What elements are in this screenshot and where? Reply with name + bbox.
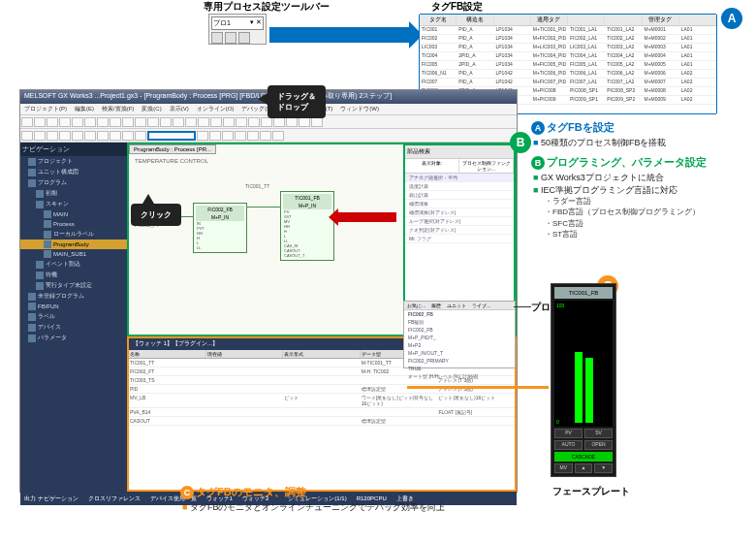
nav-item[interactable]: イベント割込 <box>20 259 127 270</box>
toolbar-icon[interactable] <box>225 32 236 44</box>
parts-item[interactable]: Mr. フラグ <box>405 235 514 243</box>
nav-item[interactable]: FB/FUN <box>20 302 127 311</box>
parts-item[interactable]: 補償演算(対アドレス) <box>405 208 514 217</box>
faceplate-title: TIC001_FB <box>554 287 613 299</box>
description-b: Bプログラミング、パラメータ設定 GX Works3プロジェクトに統合 IEC準… <box>531 155 744 240</box>
nav-item[interactable]: 待機 <box>20 270 127 280</box>
description-c: CタグFBのモニタ、調整 タグFBのモニタとオンラインチューニングでデバッグ効率… <box>180 485 529 514</box>
fp-btn[interactable]: SV <box>584 429 613 438</box>
input-label: TIC001_TT <box>245 183 269 189</box>
badge-b: B <box>510 132 531 153</box>
toolbar-select[interactable]: プロ1▾ ✕ <box>211 16 264 30</box>
watch-row[interactable]: CASOUT標準設定型 <box>129 417 515 426</box>
menu-item[interactable]: 検索/置換(F) <box>102 105 134 113</box>
navigation-panel: ナビゲーション プロジェクトユニット構成図プログラム初期スキャンMAINProc… <box>20 143 127 492</box>
menu-item[interactable]: プロジェクト(P) <box>24 105 67 113</box>
faceplate-label: フェースプレート <box>552 485 630 498</box>
fb-block-tic001[interactable]: TIC001_FB M+P_IN PVSVTMVHHHLLLCAS_INCASO… <box>280 191 334 261</box>
nav-item[interactable]: ローカルラベル <box>20 229 127 240</box>
nav-item[interactable]: 実行タイプ未設定 <box>20 280 127 291</box>
fp-btn[interactable]: PV <box>554 429 583 438</box>
menu-item[interactable]: 編集(E) <box>75 105 94 113</box>
wire <box>247 207 280 208</box>
toolbar-icon[interactable] <box>238 32 250 44</box>
nav-item[interactable]: デバイス <box>20 322 127 333</box>
menu-item[interactable]: 表示(V) <box>170 105 189 113</box>
canvas-title: TEMPERATURE CONTROL <box>135 158 208 164</box>
menu-item[interactable]: 変換(C) <box>142 105 161 113</box>
fp-btn[interactable]: ▼ <box>594 463 613 473</box>
parts-item[interactable]: 親山計器 <box>405 191 514 200</box>
fp-btn[interactable]: OPEN <box>584 440 613 450</box>
callout-click: クリック <box>131 204 181 226</box>
menu-item[interactable]: オンライン(O) <box>197 105 235 113</box>
bar-pv <box>575 352 583 423</box>
toolbar-row-2[interactable] <box>20 129 517 143</box>
connector-c <box>407 386 549 389</box>
nav-item[interactable]: プログラム <box>20 177 127 188</box>
nav-item[interactable]: スキャン <box>20 199 127 209</box>
nav-item[interactable]: Process <box>20 219 127 229</box>
nav-item[interactable]: プロジェクト <box>20 156 127 167</box>
fp-btn[interactable]: AUTO <box>554 440 583 450</box>
toolbar-icon[interactable] <box>211 32 223 44</box>
tagfb-label: タグFB設定 <box>431 0 483 14</box>
fp-mode[interactable]: CASCADE <box>554 452 613 462</box>
nav-header: ナビゲーション <box>20 143 127 156</box>
description-a: AタグFBを設定 50種類のプロセス制御FBを搭載 <box>531 120 744 149</box>
nav-item[interactable]: パラメータ <box>20 333 127 343</box>
nav-item[interactable]: 初期 <box>20 188 127 199</box>
leader-line <box>514 306 531 307</box>
callout-drag: ドラッグ＆ ドロップ <box>268 85 326 118</box>
parts-item[interactable]: 温度計器 <box>405 182 514 191</box>
fb-block-fic002[interactable]: FIC002_FB M+P_IN INPVTHHHLLL <box>193 203 247 253</box>
badge-a: A <box>721 8 742 29</box>
parts-item[interactable]: 補償演算 <box>405 200 514 208</box>
faceplate[interactable]: TIC001_FB 100 0 PVSV AUTOOPEN CASCADE MV… <box>551 283 616 477</box>
faceplate-bars: 100 0 <box>554 301 613 427</box>
process-toolbar: プロ1▾ ✕ <box>208 14 267 45</box>
nav-item[interactable]: ラベル <box>20 311 127 322</box>
bar-sv <box>585 358 593 423</box>
drag-arrow <box>336 212 396 222</box>
fp-btn[interactable]: MV <box>554 463 573 473</box>
parts-item[interactable]: ループ選択(対アドレス) <box>405 217 514 226</box>
parts-search-header: 部品検索 <box>405 145 514 159</box>
toolbar-title: 専用プロセス設定ツールバー <box>204 0 330 14</box>
watch-row[interactable]: MV_LBビットワード[尾をなし]ビット(符号なし16ビット)ビット(尾をなし)… <box>129 394 515 408</box>
nav-item[interactable]: ProgramBody <box>20 240 127 249</box>
nav-item[interactable]: ユニット構成図 <box>20 167 127 177</box>
tagfb-table-header: タグ名構造名適用タグ管理タグ <box>420 15 716 26</box>
arrow-to-tagfb <box>269 27 411 43</box>
nav-item[interactable]: MAIN <box>20 209 127 219</box>
fp-btn[interactable]: ▲ <box>575 463 593 473</box>
parts-item[interactable]: クオ判定(対アドレス) <box>405 226 514 235</box>
watch-row[interactable]: PVA_B14FLOAT [無記号] <box>129 408 515 417</box>
fb-properties-panel: お気に...履歴ユニットライブ... FIC002_FB FB種別FIC002_… <box>403 301 516 368</box>
nav-item[interactable]: MAIN_SUB1 <box>20 249 127 259</box>
canvas-tab[interactable]: ProgramBody : Process [PR... <box>129 144 216 154</box>
nav-item[interactable]: 未登録プログラム <box>20 291 127 302</box>
menu-item[interactable]: ウィンドウ(W) <box>340 105 379 113</box>
